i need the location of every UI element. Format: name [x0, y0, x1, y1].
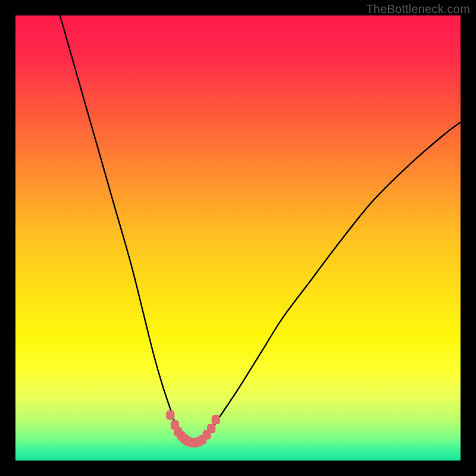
watermark-text: TheBottleneck.com [366, 2, 470, 16]
right-curve [193, 123, 461, 443]
marker-point [207, 424, 215, 433]
plot-area [15, 15, 461, 461]
marker-point [166, 411, 174, 420]
left-curve [60, 15, 193, 443]
curves-layer [15, 15, 461, 461]
marker-point [212, 415, 220, 424]
chart-frame: TheBottleneck.com [0, 0, 476, 476]
highlight-markers [166, 411, 220, 447]
